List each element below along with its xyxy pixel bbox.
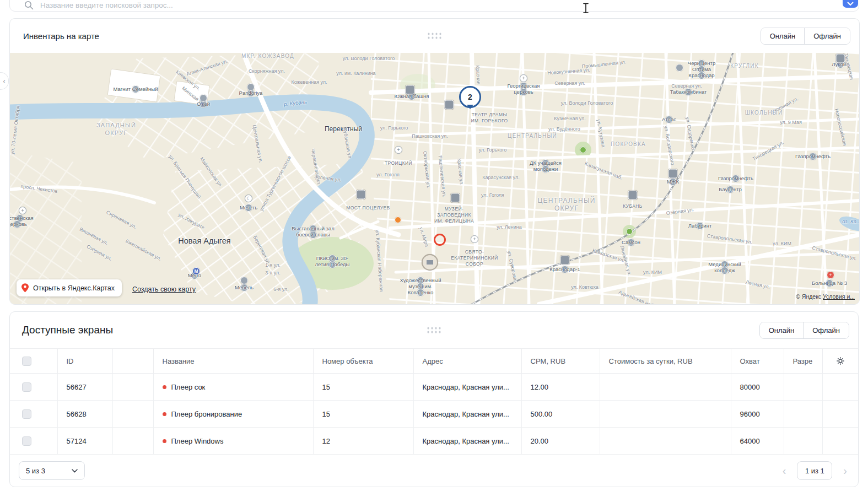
column-header: Разре (784, 349, 822, 374)
pager: ‹ 1 из 1 › (780, 461, 849, 480)
gas-poi-icon (836, 54, 845, 63)
map-card-header: Инвентарь на карте Онлайн Офлайн (10, 19, 859, 53)
screens-card-title: Доступные экраны (22, 324, 113, 336)
table-cell: Плеер бронирование (153, 401, 313, 428)
theater-poi-icon (445, 100, 454, 110)
table-settings-icon[interactable] (832, 356, 850, 366)
terms-link[interactable]: Условия и... (823, 293, 855, 300)
table-row[interactable]: 56627Плеер сок15Краснодар, Красная ули..… (10, 374, 858, 401)
map-card-title: Инвентарь на карте (23, 31, 99, 41)
row-checkbox[interactable] (22, 382, 31, 392)
metro-poi-icon: M (192, 267, 200, 275)
column-header: ID (57, 349, 112, 374)
table-cell (784, 428, 822, 455)
table-cell (600, 374, 731, 401)
screens-online-button[interactable]: Онлайн (760, 322, 804, 338)
search-submit-button[interactable] (843, 0, 858, 8)
chevron-down-icon (847, 2, 854, 6)
green-poi-icon (580, 147, 586, 153)
screens-online-offline-toggle: Онлайн Офлайн (759, 322, 849, 339)
table-cell (10, 428, 57, 455)
stadium-poi-icon (628, 191, 638, 200)
table-cell: Краснодар, Красная ули... (413, 374, 521, 401)
collapse-panel-handle[interactable]: ‹ (0, 72, 9, 90)
column-header: CPM, RUB (521, 349, 600, 374)
artmuseum-poi-icon (422, 254, 438, 271)
map-cluster-marker[interactable]: 2 (459, 86, 481, 108)
select-all-checkbox[interactable] (22, 357, 31, 366)
copyright-text: © Яндекс (796, 293, 821, 300)
page: Инвентарь на карте Онлайн Офлайн (0, 0, 868, 491)
map-offline-button[interactable]: Офлайн (804, 28, 850, 44)
map-online-button[interactable]: Онлайн (761, 28, 805, 44)
open-in-yandex-maps-button[interactable]: Открыть в Яндекс.Картах (17, 279, 122, 296)
bridge-poi-icon (357, 190, 366, 199)
table-cell (112, 428, 153, 455)
table-cell: Плеер Windows (153, 428, 313, 455)
shop-poi-icon (247, 83, 255, 91)
drag-handle-icon[interactable] (427, 327, 441, 333)
cluster-count: 2 (468, 93, 472, 101)
table-cell (10, 401, 57, 428)
mouse-cursor-ibeam (583, 3, 589, 14)
screens-card: Доступные экраны Онлайн Офлайн IDНазвани… (9, 311, 859, 487)
row-checkbox[interactable] (22, 436, 31, 446)
search-icon (24, 1, 34, 10)
page-size-select[interactable]: 5 из 3 (19, 461, 85, 480)
map-online-offline-toggle: Онлайн Офлайн (761, 28, 850, 45)
shop-poi-icon (200, 94, 207, 102)
next-page-button[interactable]: › (841, 465, 849, 476)
church-poi-icon: + (520, 74, 527, 82)
status-dot-icon (163, 439, 166, 443)
table-row[interactable]: 57124Плеер Windows12Краснодар, Красная у… (10, 428, 858, 455)
column-header: Стоимость за сутки, RUB (600, 349, 731, 374)
church-poi-icon: + (395, 146, 402, 154)
screens-offline-button[interactable]: Офлайн (803, 322, 849, 338)
table-cell: 500.00 (521, 401, 600, 428)
drag-handle-icon[interactable] (428, 33, 441, 39)
table-row[interactable]: 56628Плеер бронирование15Краснодар, Крас… (10, 401, 858, 428)
map-copyright: © Яндекс Условия и... (796, 293, 855, 300)
table-cell: 56628 (57, 401, 112, 428)
museum-poi-icon (451, 193, 460, 203)
open-in-yandex-maps-label: Открыть в Яндекс.Картах (33, 284, 115, 292)
column-header: Номер объекта (313, 349, 413, 374)
shop-poi-icon (240, 277, 248, 284)
orange-poi-icon (395, 217, 401, 223)
status-dot-icon (163, 385, 166, 389)
status-dot-icon (163, 412, 166, 416)
chevron-down-icon (72, 469, 78, 473)
mosque-poi-icon: ☾ (245, 195, 252, 202)
prev-page-button[interactable]: ‹ (780, 465, 789, 476)
table-cell (822, 428, 858, 455)
table-cell (112, 374, 153, 401)
table-cell (784, 374, 822, 401)
table-cell: 15 (313, 374, 413, 401)
tower-poi-icon (406, 85, 415, 95)
table-cell (822, 401, 858, 428)
create-your-map-link[interactable]: Создать свою карту (132, 285, 196, 293)
table-footer: 5 из 3 ‹ 1 из 1 › (10, 455, 858, 487)
chevron-left-icon: ‹ (3, 77, 6, 85)
table-cell: Плеер сок (153, 374, 313, 401)
shop-poi-icon (676, 64, 683, 72)
page-size-value: 5 из 3 (26, 467, 45, 475)
location-pin-icon (21, 283, 29, 293)
hospital-poi-icon: + (827, 271, 834, 279)
map-pois-layer: ++++☾+M (10, 53, 859, 304)
map-screen-marker[interactable] (434, 234, 446, 246)
table-cell (112, 401, 153, 428)
table-cell: Краснодар, Красная ули... (413, 401, 521, 428)
table-cell: 12.00 (521, 374, 600, 401)
table-cell (600, 401, 731, 428)
column-header: Охват (731, 349, 784, 374)
page-info: 1 из 1 (797, 461, 832, 480)
table-cell (784, 401, 822, 428)
column-header: Адрес (413, 349, 521, 374)
yandex-map[interactable]: МКР. КОЖЗАВОДул. Володи Головатогоул. им… (10, 53, 859, 304)
row-checkbox[interactable] (22, 409, 31, 419)
search-input[interactable] (39, 1, 850, 10)
table-cell: 15 (313, 401, 413, 428)
church-poi-icon: + (19, 207, 26, 214)
map-card: Инвентарь на карте Онлайн Офлайн (9, 18, 860, 305)
